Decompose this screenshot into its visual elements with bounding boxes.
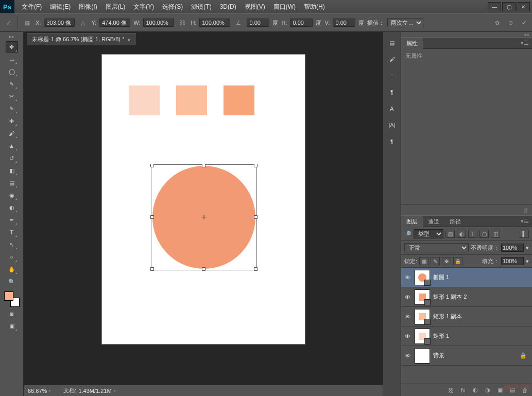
eraser-tool[interactable]: ◧: [6, 165, 18, 176]
filter-toggle-icon[interactable]: ▌: [520, 230, 529, 238]
visibility-icon[interactable]: 👁: [403, 314, 411, 320]
opacity-menu-icon[interactable]: ▾: [526, 245, 529, 251]
interp-select[interactable]: 两次立…: [387, 18, 423, 27]
history-brush-tool[interactable]: ↺: [6, 152, 18, 164]
menu-select[interactable]: 选择(S): [158, 0, 187, 13]
handle-mid-left[interactable]: [150, 215, 154, 219]
layer-name[interactable]: 背景: [433, 352, 444, 359]
new-layer-icon[interactable]: ▤: [508, 387, 517, 393]
quick-select-tool[interactable]: ✎: [6, 78, 18, 90]
group-icon[interactable]: ▣: [496, 387, 504, 393]
type-tool[interactable]: T: [6, 227, 18, 238]
warp-icon[interactable]: ✿: [492, 18, 502, 28]
filter-pixel-icon[interactable]: ▧: [445, 230, 455, 238]
foreground-color[interactable]: [4, 291, 13, 301]
brush-panel-icon[interactable]: 🖌: [386, 54, 398, 65]
handle-bot-right[interactable]: [254, 267, 258, 271]
layer-row[interactable]: 👁 矩形 1 副本 2: [401, 287, 532, 307]
layer-mask-icon[interactable]: ◐: [471, 387, 479, 393]
path-select-tool[interactable]: ↖: [6, 239, 18, 250]
filter-type-select[interactable]: 类型: [414, 229, 443, 238]
h-input[interactable]: [199, 19, 230, 27]
search-icon[interactable]: 🔎: [404, 231, 411, 237]
layer-row[interactable]: 👁 矩形 1: [401, 326, 532, 346]
history-panel-icon[interactable]: ▤: [386, 37, 398, 48]
tab-layers[interactable]: 图层: [401, 216, 423, 227]
blur-tool[interactable]: ◉: [6, 190, 18, 201]
healing-tool[interactable]: ✚: [6, 115, 18, 127]
canvas-viewport[interactable]: ✛: [24, 45, 383, 385]
layer-name[interactable]: 椭圆 1: [433, 273, 449, 281]
layer-thumb[interactable]: [415, 329, 430, 344]
menu-file[interactable]: 文件(F): [18, 0, 46, 13]
lock-all-icon[interactable]: 🔒: [453, 257, 462, 265]
layer-name[interactable]: 矩形 1: [433, 332, 449, 340]
layer-row[interactable]: 👁 背景 🔒: [401, 346, 532, 366]
layer-name[interactable]: 矩形 1 副本: [433, 313, 462, 320]
handle-mid-right[interactable]: [254, 215, 258, 219]
angle-input[interactable]: [247, 19, 269, 27]
zoom-tool[interactable]: 🔍: [6, 276, 18, 287]
handle-bot-mid[interactable]: [202, 267, 205, 271]
maximize-button[interactable]: ▢: [502, 2, 516, 11]
toolbox-toggle-icon[interactable]: ▸▸: [9, 34, 15, 39]
menu-edit[interactable]: 编辑(E): [46, 0, 75, 13]
brush-tool[interactable]: 🖌: [6, 128, 18, 139]
delete-layer-icon[interactable]: 🗑: [521, 387, 529, 393]
blend-mode-select[interactable]: 正常: [404, 243, 469, 252]
eyedropper-tool[interactable]: ✎: [6, 103, 18, 114]
marquee-tool[interactable]: ▭: [6, 54, 18, 65]
commit-transform-icon[interactable]: ✔: [519, 18, 529, 28]
trash-icon[interactable]: 🗑: [523, 207, 529, 213]
filter-adjust-icon[interactable]: ◐: [457, 230, 466, 238]
minimize-button[interactable]: —: [488, 2, 501, 11]
menu-filter[interactable]: 滤镜(T): [187, 0, 215, 13]
menu-view[interactable]: 视图(V): [241, 0, 269, 13]
filter-type-icon[interactable]: T: [468, 230, 477, 238]
menu-window[interactable]: 窗口(W): [269, 0, 300, 13]
character-panel-icon[interactable]: A: [386, 103, 398, 114]
shape-tool[interactable]: ○: [6, 251, 18, 263]
zoom-menu-icon[interactable]: ▸: [49, 388, 51, 393]
reference-point-icon[interactable]: ▦: [22, 18, 32, 28]
quickmask-tool[interactable]: ◙: [6, 308, 18, 319]
panel-collapse-icon[interactable]: ◂◂: [401, 32, 532, 37]
hskew-input[interactable]: [290, 19, 313, 27]
document-tab[interactable]: 未标题-1 @ 66.7% (椭圆 1, RGB/8) * ×: [27, 33, 136, 45]
hand-tool[interactable]: ✋: [6, 264, 18, 275]
transform-bounds[interactable]: ✛: [152, 166, 255, 269]
paragraph-styles-icon[interactable]: ¶: [386, 136, 398, 147]
layer-row[interactable]: 👁 椭圆 1: [401, 268, 532, 287]
handle-top-left[interactable]: [150, 164, 154, 167]
lock-pixel-icon[interactable]: ✎: [431, 257, 440, 265]
layer-thumb[interactable]: [415, 289, 430, 305]
doc-info-menu-icon[interactable]: ▸: [114, 388, 116, 393]
transform-preset-icon[interactable]: ⤢: [3, 18, 13, 28]
swap-xy-icon[interactable]: △: [78, 18, 88, 28]
gradient-tool[interactable]: ▤: [6, 177, 18, 188]
adjustment-layer-icon[interactable]: ◑: [484, 387, 492, 393]
handle-top-right[interactable]: [254, 164, 258, 167]
visibility-icon[interactable]: 👁: [403, 294, 411, 300]
layers-menu-icon[interactable]: ▾☰: [518, 218, 532, 225]
layer-fx-icon[interactable]: fx: [459, 387, 467, 393]
fill-input[interactable]: [501, 257, 524, 265]
glyph-panel-icon[interactable]: |A|: [386, 119, 398, 131]
close-tab-icon[interactable]: ×: [127, 37, 130, 43]
lock-pos-icon[interactable]: ✥: [442, 257, 451, 265]
fill-menu-icon[interactable]: ▾: [526, 258, 529, 265]
tab-channels[interactable]: 通道: [423, 216, 444, 227]
tab-properties[interactable]: 属性: [401, 38, 423, 49]
layer-name[interactable]: 矩形 1 副本 2: [433, 293, 467, 301]
handle-top-mid[interactable]: [202, 164, 205, 167]
cancel-transform-icon[interactable]: ⊘: [505, 18, 516, 28]
lasso-tool[interactable]: ◯: [6, 66, 18, 77]
doc-size-readout[interactable]: 文档: 1.43M/1.21M ▸: [63, 387, 115, 394]
stamp-tool[interactable]: ▲: [6, 140, 18, 151]
link-wh-icon[interactable]: ⛓: [177, 18, 187, 28]
close-button[interactable]: ✕: [517, 2, 530, 11]
handle-bot-left[interactable]: [150, 267, 154, 271]
layer-thumb[interactable]: [415, 348, 430, 364]
w-input[interactable]: [143, 19, 174, 27]
move-tool[interactable]: ✥: [6, 41, 18, 53]
